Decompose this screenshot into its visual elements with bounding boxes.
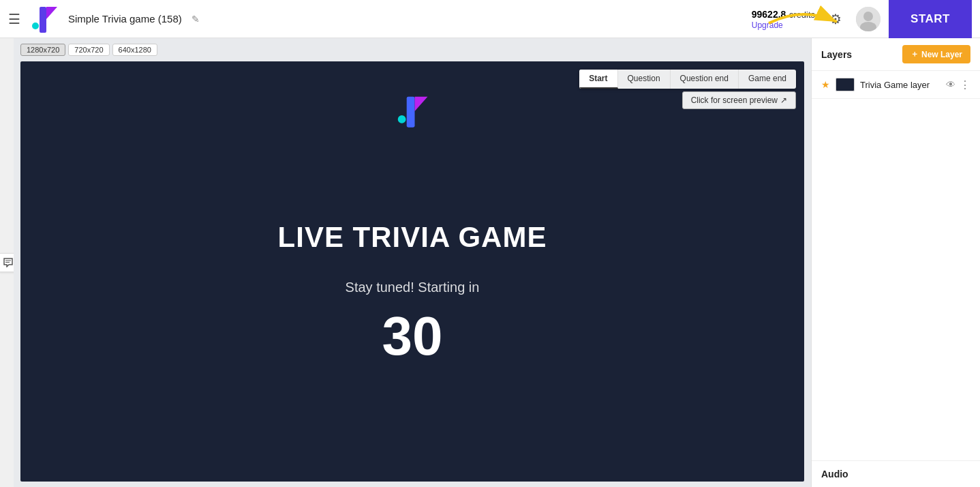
start-button[interactable]: START	[889, 0, 972, 38]
res-tab-640x1280[interactable]: 640x1280	[112, 44, 157, 56]
header-left: ☰ Simple Trivia game (158) ✎	[8, 0, 752, 38]
screen-tab-question-end[interactable]: Question end	[671, 70, 739, 89]
edit-icon[interactable]: ✎	[192, 14, 200, 25]
layer-star-icon: ★	[821, 79, 830, 90]
screen-tab-start[interactable]: Start	[579, 70, 617, 89]
new-layer-plus-icon: ＋	[910, 48, 919, 60]
credits-amount: 99622.8 credits	[752, 8, 815, 20]
preview-canvas: Start Question Question end Game end Cli…	[20, 61, 804, 482]
preview-arrow-icon: ↗	[780, 95, 787, 105]
layers-header: Layers ＋ New Layer	[812, 38, 980, 71]
res-tab-1280x720[interactable]: 1280x720	[20, 44, 65, 56]
header-credits: 99622.8 credits Upgrade ⚙	[752, 7, 881, 31]
svg-rect-10	[407, 97, 415, 128]
new-layer-button[interactable]: ＋ New Layer	[902, 45, 970, 63]
layers-title: Layers	[821, 49, 852, 60]
screen-tabs: Start Question Question end Game end	[579, 70, 796, 89]
screen-tab-question[interactable]: Question	[618, 70, 671, 89]
left-sidebar-toggle	[0, 38, 14, 487]
canvas-countdown: 30	[382, 305, 443, 368]
preview-button-label: Click for screen preview	[691, 95, 778, 105]
layer-actions: 👁 ⋮	[946, 78, 970, 91]
screen-tab-game-end[interactable]: Game end	[739, 70, 796, 89]
svg-point-9	[398, 115, 406, 123]
audio-title: Audio	[821, 469, 848, 479]
svg-marker-2	[46, 7, 57, 19]
app-title: Simple Trivia game (158)	[68, 13, 182, 25]
layer-item[interactable]: ★ Trivia Game layer 👁 ⋮	[812, 71, 980, 99]
canvas-logo	[392, 89, 433, 133]
res-tab-720x720[interactable]: 720x720	[68, 44, 109, 56]
svg-marker-11	[415, 97, 428, 111]
audio-section: Audio	[812, 460, 980, 487]
svg-point-0	[32, 23, 39, 29]
hamburger-icon[interactable]: ☰	[8, 11, 20, 27]
layer-more-icon[interactable]: ⋮	[960, 78, 970, 91]
main-layout: 1280x720 720x720 640x1280 Start Question…	[0, 38, 980, 487]
layer-visibility-icon[interactable]: 👁	[946, 79, 955, 90]
app-logo	[27, 0, 61, 38]
user-avatar[interactable]	[856, 7, 881, 31]
resolution-tabs: 1280x720 720x720 640x1280	[14, 38, 811, 56]
layer-name: Trivia Game layer	[860, 80, 940, 90]
canvas-area: 1280x720 720x720 640x1280 Start Question…	[14, 38, 811, 487]
svg-point-4	[863, 12, 873, 21]
right-panel: Layers ＋ New Layer ★ Trivia Game layer 👁…	[811, 38, 980, 487]
canvas-game-title: LIVE TRIVIA GAME	[278, 221, 547, 254]
screen-preview-button[interactable]: Click for screen preview ↗	[682, 91, 796, 109]
upgrade-link[interactable]: Upgrade	[752, 20, 815, 30]
trivia-logo-icon	[392, 89, 433, 133]
layer-thumbnail	[836, 78, 855, 91]
settings-icon[interactable]: ⚙	[825, 8, 846, 30]
svg-rect-1	[40, 7, 46, 33]
canvas-subtitle: Stay tuned! Starting in	[346, 280, 480, 295]
header: ☰ Simple Trivia game (158) ✎ 99622.8 cre…	[0, 0, 980, 38]
new-layer-label: New Layer	[921, 50, 962, 59]
credits-info: 99622.8 credits Upgrade	[752, 8, 815, 30]
